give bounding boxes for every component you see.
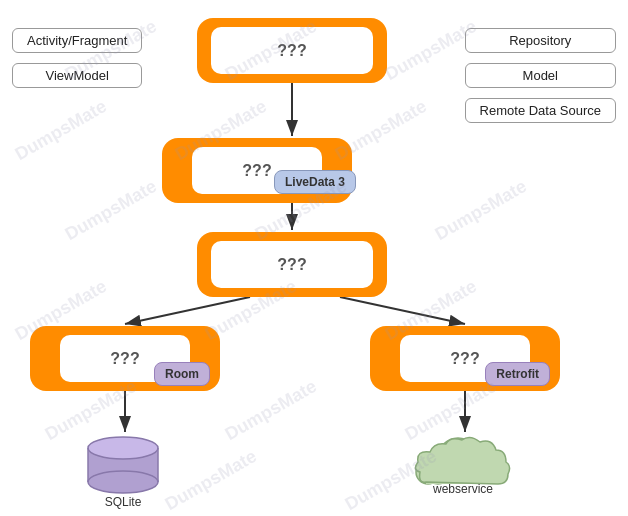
sqlite-icon: SQLite bbox=[78, 432, 168, 494]
center-box-label: ??? bbox=[277, 256, 306, 274]
svg-point-9 bbox=[88, 471, 158, 493]
retrofit-badge: Retrofit bbox=[485, 362, 550, 386]
legend-activity: Activity/Fragment bbox=[12, 28, 142, 53]
center-box-inner: ??? bbox=[211, 241, 373, 288]
top-box: ??? bbox=[197, 18, 387, 83]
svg-line-4 bbox=[340, 297, 465, 324]
right-box-label: ??? bbox=[450, 350, 479, 368]
top-box-label: ??? bbox=[277, 42, 306, 60]
middle-box-group: ??? LiveData 3 bbox=[162, 138, 352, 203]
webservice-label: webservice bbox=[433, 482, 493, 496]
right-box-group: ??? Retrofit bbox=[370, 326, 560, 391]
room-badge: Room bbox=[154, 362, 210, 386]
left-box-label: ??? bbox=[110, 350, 139, 368]
legend-remote-data-source: Remote Data Source bbox=[465, 98, 616, 123]
webservice-icon: webservice bbox=[408, 432, 518, 494]
center-box: ??? bbox=[197, 232, 387, 297]
svg-point-8 bbox=[88, 437, 158, 459]
svg-line-3 bbox=[125, 297, 250, 324]
legend-model: Model bbox=[465, 63, 616, 88]
legend-right: Repository Model Remote Data Source bbox=[465, 28, 616, 123]
legend-left: Activity/Fragment ViewModel bbox=[12, 28, 142, 88]
top-box-inner: ??? bbox=[211, 27, 373, 74]
legend-repository: Repository bbox=[465, 28, 616, 53]
livedata-badge: LiveData 3 bbox=[274, 170, 356, 194]
middle-box-label: ??? bbox=[242, 162, 271, 180]
left-box-group: ??? Room bbox=[30, 326, 220, 391]
sqlite-label: SQLite bbox=[105, 495, 142, 509]
legend-viewmodel: ViewModel bbox=[12, 63, 142, 88]
